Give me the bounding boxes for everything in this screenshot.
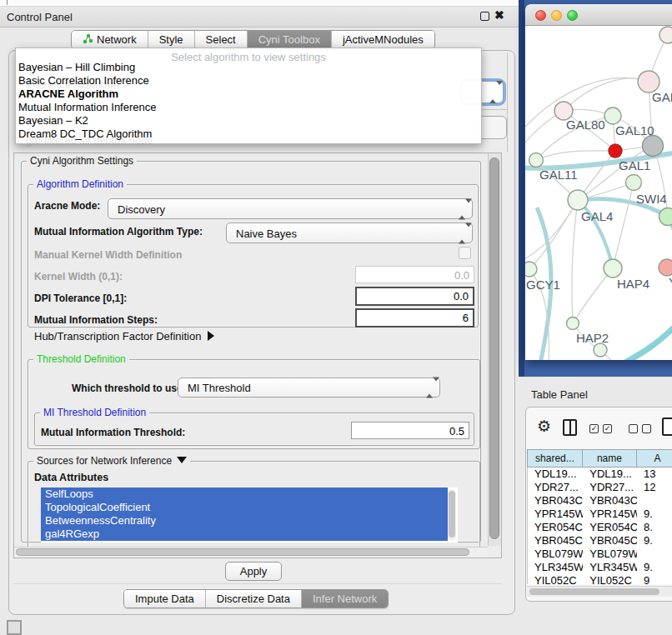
network-canvas[interactable]: GALGAL80GAL10GAL11GAL1SWI4GAL4GCY1HAP4YH… — [525, 26, 672, 360]
minimize-traffic-light-icon[interactable] — [551, 10, 562, 21]
tab-network[interactable]: Network — [72, 31, 148, 48]
algorithm-dropdown-items: Bayesian – Hill ClimbingBasic Correlatio… — [18, 61, 479, 141]
apply-button[interactable]: Apply — [225, 562, 282, 581]
unchecked-checkbox-icon[interactable] — [642, 424, 651, 433]
network-node-swi4[interactable] — [659, 208, 672, 226]
hub-definition-toggle[interactable]: Hub/Transcription Factor Definition — [34, 330, 214, 342]
tab-label: jActiveMNodules — [343, 33, 424, 46]
network-node-gal10[interactable] — [604, 108, 621, 124]
table-cell: 8. — [637, 521, 672, 534]
node-table: shared...nameA YDL19...YDL19...13YDR27..… — [527, 449, 672, 584]
unchecked-checkbox-icon[interactable] — [629, 424, 638, 433]
mi-steps-field[interactable]: 6 — [355, 308, 474, 328]
network-node[interactable] — [594, 343, 607, 357]
network-node-y[interactable] — [659, 259, 672, 276]
document-icon[interactable] — [662, 418, 672, 436]
table-row[interactable]: YER054CYER054C8. — [528, 521, 672, 534]
mi-steps-label: Mutual Information Steps: — [34, 314, 158, 326]
minimized-panel-icon[interactable] — [7, 620, 22, 635]
zoom-traffic-light-icon[interactable] — [567, 10, 578, 21]
network-edge[interactable] — [525, 200, 578, 262]
tab-select[interactable]: Select — [194, 31, 247, 48]
network-edge[interactable] — [572, 200, 578, 323]
top-tick — [7, 0, 8, 5]
close-traffic-light-icon[interactable] — [535, 10, 546, 21]
table-row[interactable]: YBR045CYBR045C9. — [528, 534, 672, 548]
tab-cyni-toolbox[interactable]: Cyni Toolbox — [247, 31, 331, 48]
float-window-icon[interactable] — [480, 12, 489, 21]
column-header[interactable]: shared... — [527, 449, 583, 468]
algorithm-option[interactable]: Mutual Information Inference — [18, 101, 479, 114]
node-label: GAL11 — [539, 168, 578, 182]
tab-jactivemnodules[interactable]: jActiveMNodules — [331, 31, 434, 48]
top-strip — [0, 0, 519, 7]
kernel-width-field[interactable]: 0.0 — [355, 266, 474, 283]
checked-checkbox-icon[interactable]: ✓ — [603, 424, 612, 433]
attribute-item[interactable]: SelfLoops — [41, 488, 448, 501]
settings-hscrollbar-thumb[interactable] — [16, 548, 469, 556]
table-row[interactable]: YDR27...YDR27...12 — [528, 481, 672, 494]
network-edge[interactable] — [613, 182, 634, 268]
network-node-gal1[interactable] — [626, 175, 642, 191]
network-node-hap4[interactable] — [604, 259, 622, 278]
close-icon[interactable]: ✖ — [494, 8, 504, 22]
table-cell: YIL052C — [583, 574, 637, 584]
aracne-mode-combo[interactable]: Discovery — [108, 198, 473, 219]
mi-threshold-field[interactable]: 0.5 — [351, 422, 469, 439]
mi-type-combo[interactable]: Naive Bayes — [226, 222, 473, 243]
network-node[interactable] — [643, 136, 664, 157]
network-node[interactable] — [659, 27, 672, 43]
algorithm-option[interactable]: Basic Correlation Inference — [18, 74, 479, 88]
which-threshold-combo[interactable]: MI Threshold — [178, 378, 440, 398]
network-edge[interactable] — [564, 78, 649, 111]
checked-checkbox-icon[interactable]: ✓ — [589, 424, 599, 433]
network-node-hap2[interactable] — [567, 318, 579, 330]
attribute-item[interactable]: BetweennessCentrality — [41, 514, 448, 528]
table-cell: YBR043C — [583, 494, 637, 508]
table-row[interactable]: YIL052CYIL052C9 — [528, 574, 672, 584]
algorithm-option[interactable]: Bayesian – Hill Climbing — [18, 61, 479, 74]
table-cell: 9. — [637, 508, 672, 521]
table-row[interactable]: YLR345WYLR345W9. — [528, 561, 672, 574]
manual-kernel-checkbox[interactable] — [459, 247, 471, 259]
network-node-gcy1[interactable] — [525, 262, 537, 277]
table-hscrollbar-thumb[interactable] — [529, 588, 659, 595]
algorithm-option[interactable]: Dream8 DC_TDC Algorithm — [18, 128, 479, 141]
table-row[interactable]: YDL19...YDL19...13 — [528, 468, 672, 481]
table-cell: YDL19... — [583, 468, 637, 481]
aracne-mode-value: Discovery — [118, 202, 165, 215]
tab-infer-network[interactable]: Infer Network — [301, 590, 388, 608]
node-label: GAL10 — [615, 123, 654, 138]
gear-icon[interactable]: ⚙ — [537, 417, 551, 436]
attribute-item[interactable]: TopologicalCoefficient — [41, 501, 448, 514]
aracne-mode-label: Aracne Mode: — [34, 200, 100, 212]
attributes-scrollbar-thumb[interactable] — [449, 491, 455, 538]
table-cell: 13 — [637, 468, 672, 481]
column-header[interactable]: A — [637, 449, 672, 468]
dpi-tolerance-field[interactable]: 0.0 — [355, 287, 474, 306]
attribute-item[interactable]: gal4RGexp — [41, 528, 448, 541]
tab-discretize-data[interactable]: Discretize Data — [205, 590, 301, 608]
table-row[interactable]: YPR145WYPR145W9. — [528, 508, 672, 521]
algorithm-option[interactable]: ARACNE Algorithm — [18, 88, 479, 101]
tab-impute-data[interactable]: Impute Data — [124, 590, 205, 608]
table-cell: YBR043C — [528, 494, 583, 508]
network-window-titlebar[interactable] — [525, 4, 672, 26]
node-label: HAP4 — [617, 277, 649, 291]
table-panel: ⚙ ✓ ✓ shared...nameA YDL19...YDL19...13Y… — [525, 407, 672, 602]
network-node[interactable] — [609, 144, 622, 158]
tab-style[interactable]: Style — [148, 31, 194, 48]
network-edge[interactable] — [536, 151, 615, 160]
column-header[interactable]: name — [583, 449, 637, 468]
mi-type-label: Mutual Information Algorithm Type: — [34, 226, 203, 238]
network-edge[interactable] — [624, 316, 672, 360]
table-row[interactable]: YBL079WYBL079W — [528, 548, 672, 561]
network-edge[interactable] — [573, 268, 613, 323]
table-row[interactable]: YBR043CYBR043C — [528, 494, 672, 508]
algorithm-option[interactable]: Bayesian – K2 — [18, 114, 479, 128]
settings-vscrollbar-thumb[interactable] — [489, 158, 499, 539]
columns-icon[interactable] — [563, 419, 577, 436]
hub-definition-label: Hub/Transcription Factor Definition — [34, 330, 201, 342]
network-node-gal4[interactable] — [568, 190, 588, 210]
network-node-gal11[interactable] — [529, 153, 544, 168]
